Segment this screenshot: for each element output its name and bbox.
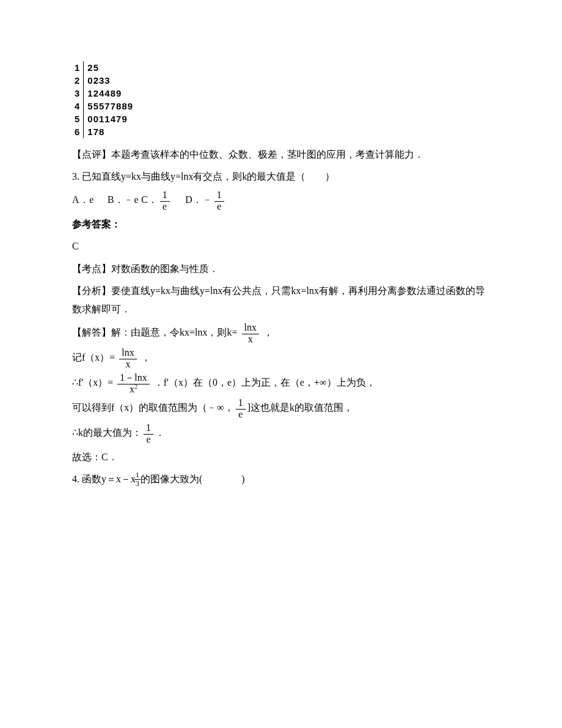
text: 可以得到f（x）的取值范围为（﹣∞， bbox=[72, 402, 234, 413]
frac: 1－lnxx2 bbox=[117, 373, 149, 394]
frac: 1e bbox=[236, 398, 246, 419]
frac-num: 1 bbox=[144, 423, 153, 435]
frac-den: e bbox=[144, 435, 153, 444]
jieda-line-1: 【解答】解：由题意，令kx=lnx，则k= lnxx ， bbox=[72, 323, 490, 344]
exp-den: 3 bbox=[134, 480, 140, 487]
stem-cell: 5 bbox=[72, 112, 84, 125]
question-3-options: A．e B．﹣e C．1e D．﹣1e bbox=[72, 190, 490, 211]
text: ．f'（x）在（0，e）上为正，在（e，+∞）上为负， bbox=[151, 377, 376, 388]
sl-row: 50011479 bbox=[72, 112, 136, 125]
text: 【解答】解：由题意，令kx=lnx，则k= bbox=[72, 327, 240, 337]
stem-cell: 1 bbox=[72, 61, 84, 74]
answer-letter: C bbox=[72, 237, 490, 256]
frac-den: e bbox=[160, 202, 170, 211]
sl-row: 20233 bbox=[72, 74, 136, 87]
frac-den: e bbox=[236, 410, 246, 419]
leaf-cell: 55577889 bbox=[84, 100, 136, 112]
kaodian-text: 【考点】对数函数的图象与性质． bbox=[72, 260, 490, 278]
jieda-line-6: 故选：C． bbox=[72, 448, 490, 466]
jieda-line-3: ∴f'（x）= 1－lnxx2 ．f'（x）在（0，e）上为正，在（e，+∞）上… bbox=[72, 373, 490, 394]
stem-cell: 3 bbox=[72, 87, 84, 100]
frac-num: 1－lnx bbox=[117, 373, 149, 384]
text: ∴f'（x）= bbox=[72, 377, 115, 388]
leaf-cell: 0233 bbox=[84, 74, 136, 87]
q4-a: 4. 函数y＝x－x bbox=[72, 474, 136, 484]
sl-row: 6178 bbox=[72, 125, 136, 138]
exponent-frac: 13 bbox=[134, 471, 140, 487]
jieda-line-4: 可以得到f（x）的取值范围为（﹣∞，1e]这也就是k的取值范围， bbox=[72, 398, 490, 419]
q4-b: 的图像大致为( ) bbox=[140, 474, 245, 484]
frac-num: lnx bbox=[242, 323, 259, 334]
comment-text: 【点评】本题考查该样本的中位数、众数、极差，茎叶图的应用，考查计算能力． bbox=[72, 145, 490, 164]
frac-num: 1 bbox=[236, 398, 246, 410]
opt-c-label: C． bbox=[141, 194, 158, 205]
text: ∴k的最大值为： bbox=[72, 427, 142, 438]
jieda-line-5: ∴k的最大值为：1e． bbox=[72, 423, 490, 444]
text: 记f（x）= bbox=[72, 352, 117, 362]
opt-c-frac: 1e bbox=[160, 190, 170, 211]
frac: 1e bbox=[144, 423, 153, 444]
neg-sign: ﹣ bbox=[203, 194, 213, 205]
frac-den: x2 bbox=[117, 384, 149, 394]
sl-row: 3124489 bbox=[72, 87, 136, 100]
leaf-cell: 124489 bbox=[84, 87, 136, 100]
leaf-cell: 178 bbox=[84, 125, 136, 138]
leaf-cell: 25 bbox=[84, 61, 136, 74]
stem-cell: 4 bbox=[72, 100, 84, 112]
leaf-cell: 0011479 bbox=[84, 112, 136, 125]
fenxi-text: 【分析】要使直线y=kx与曲线y=lnx有公共点，只需kx=lnx有解，再利用分… bbox=[72, 282, 490, 319]
sl-row: 455577889 bbox=[72, 100, 136, 112]
stem-cell: 6 bbox=[72, 125, 84, 138]
frac-den: x bbox=[242, 334, 259, 344]
text: ， bbox=[261, 327, 273, 337]
frac-num: 1 bbox=[214, 190, 224, 202]
opt-d-label: D． bbox=[185, 194, 202, 205]
stem-cell: 2 bbox=[72, 74, 84, 87]
frac-den: x bbox=[119, 359, 136, 369]
question-4-text: 4. 函数y＝x－x13的图像大致为( ) bbox=[72, 470, 490, 490]
frac-den: e bbox=[214, 202, 224, 211]
opt-a: A．e bbox=[72, 194, 94, 205]
frac-num: 1 bbox=[160, 190, 170, 202]
reference-answer-heading: 参考答案： bbox=[72, 215, 490, 233]
text: ]这也就是k的取值范围， bbox=[247, 402, 353, 413]
text: ． bbox=[155, 427, 165, 438]
frac: lnxx bbox=[119, 348, 136, 369]
jieda-line-2: 记f（x）= lnxx ， bbox=[72, 348, 490, 369]
opt-b: B．﹣e bbox=[108, 194, 139, 205]
frac-num: lnx bbox=[119, 348, 136, 359]
question-3-text: 3. 已知直线y=kx与曲线y=lnx有交点，则k的最大值是（ ） bbox=[72, 167, 490, 186]
frac: lnxx bbox=[242, 323, 259, 344]
stem-leaf-table: 125 20233 3124489 455577889 50011479 617… bbox=[72, 61, 136, 138]
exp-num: 1 bbox=[134, 471, 140, 480]
opt-d-frac: 1e bbox=[214, 190, 224, 211]
sl-row: 125 bbox=[72, 61, 136, 74]
text: ， bbox=[139, 352, 151, 362]
